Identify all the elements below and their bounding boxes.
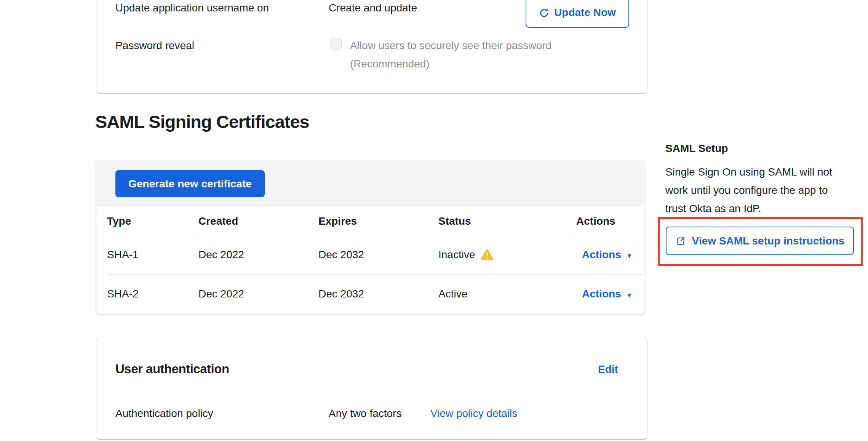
cert-expires: Dec 2032 — [318, 274, 437, 314]
cert-expires: Dec 2032 — [318, 235, 437, 275]
cert-status: Active — [438, 288, 467, 300]
app-settings-card: Update application username on Create an… — [96, 0, 647, 94]
update-now-label: Update Now — [554, 6, 616, 19]
cert-created: Dec 2022 — [198, 235, 317, 275]
certificates-toolbar: Generate new certificate — [96, 160, 645, 207]
username-update-label: Update application username on — [115, 0, 269, 16]
password-reveal-desc-line2: (Recommended) — [350, 56, 430, 72]
generate-certificate-button[interactable]: Generate new certificate — [115, 170, 265, 197]
password-reveal-checkbox[interactable] — [330, 38, 342, 50]
authentication-policy-value: Any two factors — [329, 407, 401, 420]
password-reveal-desc-line1: Allow users to securely see their passwo… — [350, 38, 551, 53]
column-header-actions: Actions — [576, 207, 645, 235]
cert-status: Inactive — [438, 249, 475, 261]
actions-dropdown-label: Actions — [582, 288, 621, 300]
username-update-value: Create and update — [329, 0, 417, 16]
view-saml-setup-instructions-button[interactable]: View SAML setup instructions — [666, 227, 854, 255]
external-link-icon — [675, 236, 686, 246]
password-reveal-label: Password reveal — [115, 38, 194, 53]
edit-link[interactable]: Edit — [598, 363, 618, 375]
saml-setup-description: Single Sign On using SAML will not work … — [665, 163, 848, 218]
warning-icon — [481, 249, 494, 260]
page-title: SAML Signing Certificates — [95, 111, 309, 132]
table-row-sha1: SHA-1 Dec 2022 Dec 2032 Inactive Actions — [96, 235, 645, 274]
authentication-policy-label: Authentication policy — [115, 407, 213, 420]
column-header-type: Type — [107, 207, 197, 235]
caret-down-icon — [626, 249, 633, 261]
actions-dropdown-label: Actions — [582, 249, 621, 261]
column-header-created: Created — [198, 207, 317, 235]
update-now-button[interactable]: Update Now — [526, 0, 629, 28]
saml-setup-title: SAML Setup — [665, 142, 728, 155]
actions-dropdown[interactable]: Actions — [582, 288, 633, 300]
cert-type: SHA-2 — [107, 274, 197, 314]
view-saml-setup-instructions-label: View SAML setup instructions — [692, 235, 844, 247]
caret-down-icon — [626, 288, 633, 300]
certificates-table-header: Type Created Expires Status Actions — [96, 207, 645, 235]
user-authentication-card: User authentication Edit Authentication … — [96, 338, 647, 440]
saml-certificates-panel: Generate new certificate Type Created Ex… — [96, 160, 645, 314]
cert-type: SHA-1 — [107, 235, 197, 275]
actions-dropdown[interactable]: Actions — [582, 249, 633, 261]
table-row-sha2: SHA-2 Dec 2022 Dec 2032 Active Actions — [96, 274, 645, 313]
column-header-expires: Expires — [318, 207, 437, 235]
view-policy-details-link[interactable]: View policy details — [430, 407, 517, 420]
column-header-status: Status — [438, 207, 575, 235]
refresh-icon — [539, 8, 549, 18]
user-authentication-title: User authentication — [115, 362, 229, 376]
cert-created: Dec 2022 — [198, 274, 317, 314]
